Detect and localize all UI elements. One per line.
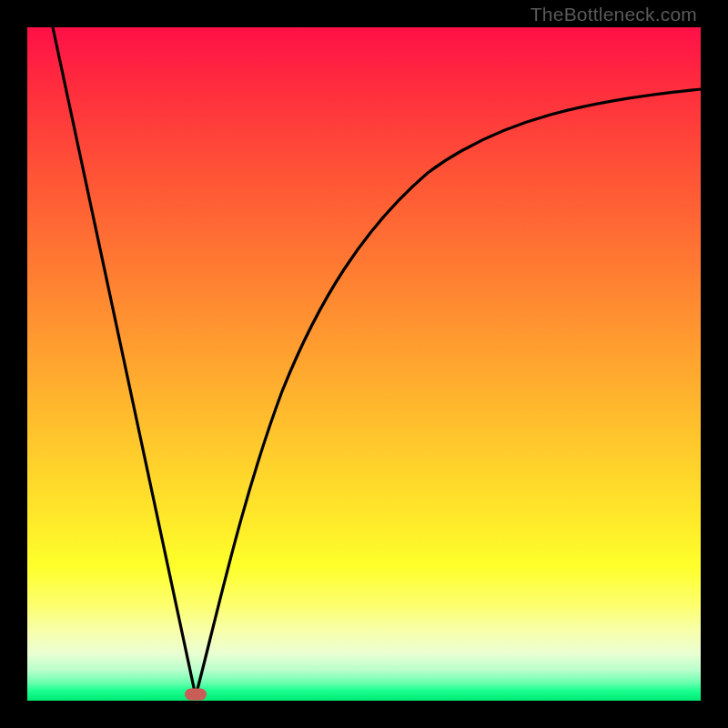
chart-frame: TheBottleneck.com (0, 0, 728, 728)
plot-area (27, 27, 701, 701)
watermark-text: TheBottleneck.com (531, 4, 697, 25)
minimum-marker (185, 689, 207, 701)
